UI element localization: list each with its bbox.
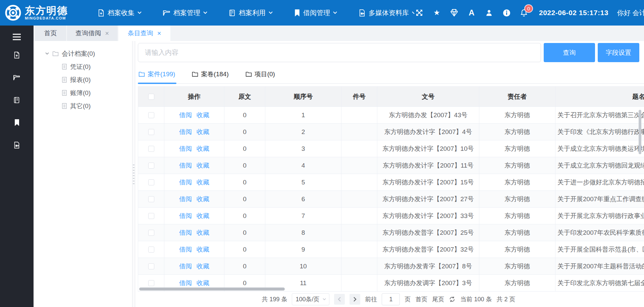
row-checkbox[interactable] xyxy=(148,213,154,219)
favorite-link[interactable]: 收藏 xyxy=(197,162,209,169)
tab-label: 首页 xyxy=(44,29,57,38)
author-cell: 东方明德 xyxy=(479,107,555,124)
row-checkbox[interactable] xyxy=(148,146,154,152)
borrow-link[interactable]: 借阅 xyxy=(179,229,192,236)
query-button[interactable]: 查询 xyxy=(544,43,595,62)
result-tab-projects[interactable]: 项目(0) xyxy=(245,70,276,83)
row-checkbox[interactable] xyxy=(148,112,154,118)
select-all-checkbox[interactable] xyxy=(148,94,154,100)
favorite-link[interactable]: 收藏 xyxy=(197,263,209,270)
item-no-cell xyxy=(341,124,377,140)
result-tab-files[interactable]: 案卷(184) xyxy=(191,70,230,83)
row-checkbox[interactable] xyxy=(148,280,154,286)
tree-node-ledger[interactable]: 账簿(0) xyxy=(34,86,132,99)
borrow-link[interactable]: 借阅 xyxy=(179,162,192,169)
window-tab-entry-query[interactable]: 条目查询 × xyxy=(118,26,170,41)
font-size-icon[interactable]: A xyxy=(467,8,476,17)
table-row: 借阅收藏05东方明德办发计字【2007】15号东方明德关于进一步做好北京东方明德… xyxy=(138,174,644,191)
row-checkbox[interactable] xyxy=(148,129,154,135)
page-size-select[interactable]: 100条/页 xyxy=(292,293,329,305)
row-checkbox[interactable] xyxy=(148,247,154,253)
nav-item-archive-collect[interactable]: 档案收集 xyxy=(97,8,142,17)
window-tab-home[interactable]: 首页 xyxy=(35,26,66,41)
title-cell: 关于成立北京东方明德回龙观绿化领导小组的通知 xyxy=(555,157,644,174)
borrow-link[interactable]: 借阅 xyxy=(179,195,192,203)
favorite-link[interactable]: 收藏 xyxy=(197,212,209,219)
goto-page-input[interactable] xyxy=(382,293,400,305)
horizontal-scrollbar[interactable] xyxy=(139,288,285,291)
result-tab-cases[interactable]: 案件(199) xyxy=(138,70,176,83)
nav-item-archive-manage[interactable]: 档案管理 xyxy=(163,8,208,17)
row-checkbox[interactable] xyxy=(148,179,154,185)
sequence-cell: 8 xyxy=(265,224,341,241)
borrow-link[interactable]: 借阅 xyxy=(179,212,192,219)
favorite-link[interactable]: 收藏 xyxy=(197,229,209,236)
favorite-link[interactable]: 收藏 xyxy=(197,145,209,152)
borrow-link[interactable]: 借阅 xyxy=(179,112,192,119)
close-icon[interactable]: × xyxy=(157,30,161,37)
borrow-link[interactable]: 借阅 xyxy=(179,179,192,186)
favorite-link[interactable]: 收藏 xyxy=(197,112,209,119)
star-icon[interactable]: ★ xyxy=(432,8,441,17)
favorite-link[interactable]: 收藏 xyxy=(197,179,209,186)
icon-sidebar xyxy=(0,26,34,307)
sidebar-item-archive-use[interactable] xyxy=(0,93,34,107)
first-page-button[interactable]: 首页 xyxy=(415,295,427,303)
title-cell: 关于印发北京东方明德第七届全会方案的通知 xyxy=(555,275,644,292)
vertical-scrollbar[interactable] xyxy=(639,110,641,154)
tree-node-report[interactable]: 报表(0) xyxy=(34,73,132,86)
notification-bell-icon[interactable]: 0 xyxy=(520,8,528,17)
borrow-link[interactable]: 借阅 xyxy=(179,145,192,152)
favorite-link[interactable]: 收藏 xyxy=(197,195,209,203)
tree-node-voucher[interactable]: 凭证(0) xyxy=(34,60,132,73)
borrow-link[interactable]: 借阅 xyxy=(179,263,192,270)
table-row: 借阅收藏01东方明德办发【2007】43号东方明德关于召开北京东方明德第三次会员… xyxy=(138,107,644,124)
folder-icon xyxy=(139,72,145,77)
nav-item-archive-use[interactable]: 档案利用 xyxy=(228,8,273,17)
panel-resize-handle[interactable] xyxy=(132,41,135,307)
gem-icon[interactable] xyxy=(450,8,459,17)
field-settings-button[interactable]: 字段设置 xyxy=(598,43,639,62)
tree-node-other[interactable]: 其它(0) xyxy=(34,99,132,113)
favorite-link[interactable]: 收藏 xyxy=(197,246,209,253)
column-header-sequence: 顺序号 xyxy=(265,87,341,107)
document-icon xyxy=(62,77,67,83)
row-checkbox[interactable] xyxy=(148,196,154,202)
nav-item-borrow-manage[interactable]: 借阅管理 xyxy=(294,8,337,17)
refresh-button[interactable] xyxy=(449,296,455,303)
last-page-button[interactable]: 尾页 xyxy=(432,295,444,303)
borrow-link[interactable]: 借阅 xyxy=(179,128,192,135)
borrow-link[interactable]: 借阅 xyxy=(179,279,192,287)
favorite-link[interactable]: 收藏 xyxy=(197,128,209,135)
sequence-cell: 2 xyxy=(265,124,341,140)
sidebar-item-archive-collect[interactable] xyxy=(0,48,34,62)
author-cell: 东方明德 xyxy=(479,157,555,174)
sidebar-item-archive-manage[interactable] xyxy=(0,71,34,84)
sidebar-item-borrow-manage[interactable] xyxy=(0,116,34,129)
favorite-link[interactable]: 收藏 xyxy=(197,279,209,287)
close-icon[interactable]: × xyxy=(105,30,109,37)
sidebar-menu-toggle[interactable] xyxy=(0,30,34,44)
row-checkbox[interactable] xyxy=(148,263,154,269)
borrow-link[interactable]: 借阅 xyxy=(179,246,192,253)
table-row: 借阅收藏02东方明德办发计字【2007】4号东方明德关于印发《北京东方明德行政事… xyxy=(138,124,644,140)
user-icon[interactable] xyxy=(485,8,493,17)
search-input[interactable] xyxy=(138,43,541,62)
tree-node-root[interactable]: 会计档案(0) xyxy=(34,47,132,60)
chevron-tick-icon xyxy=(412,11,415,14)
next-page-button[interactable] xyxy=(350,294,360,305)
window-tab-query-borrow[interactable]: 查询借阅 × xyxy=(67,26,117,41)
row-actions-cell: 借阅收藏 xyxy=(164,174,224,191)
total-pages-label: 共 2 页 xyxy=(497,295,516,303)
nav-item-media-library[interactable]: 多媒体资料库 xyxy=(358,8,415,17)
entry-query-panel: 查询 字段设置 案件(199) 案卷(184) xyxy=(135,41,644,307)
row-checkbox[interactable] xyxy=(148,230,154,236)
fullscreen-icon[interactable] xyxy=(415,8,424,17)
row-checkbox[interactable] xyxy=(148,163,154,169)
prev-page-button[interactable] xyxy=(334,294,345,305)
chevron-left-icon xyxy=(338,297,341,302)
info-icon[interactable] xyxy=(502,8,511,17)
row-actions-cell: 借阅收藏 xyxy=(164,191,224,208)
app-logo[interactable]: 东方明德 MINGDEDATA.COM xyxy=(5,4,88,21)
sidebar-item-media-library[interactable] xyxy=(0,138,34,152)
